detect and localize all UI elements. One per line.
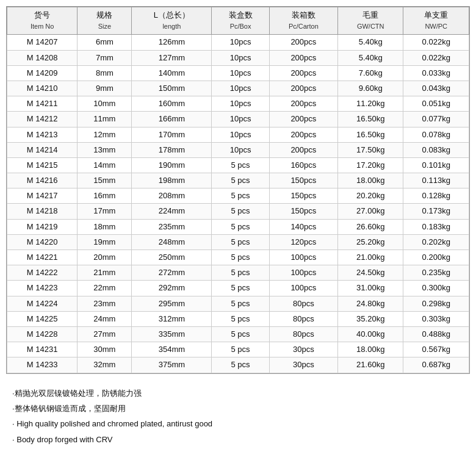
table-cell-14-4: 100pcs — [269, 250, 337, 265]
table-cell-17-3: 5 pcs — [212, 296, 269, 311]
table-row: M 142087mm127mm10pcs200pcs5.40kg0.022kg — [7, 50, 469, 65]
table-row: M 1421615mm198mm5 pcs150pcs18.00kg0.113k… — [7, 173, 469, 188]
table-cell-20-2: 354mm — [132, 342, 212, 357]
table-cell-13-0: M 14220 — [7, 234, 78, 249]
table-cell-1-3: 10pcs — [212, 50, 269, 65]
table-cell-12-3: 5 pcs — [212, 219, 269, 234]
table-cell-18-1: 24mm — [78, 311, 132, 326]
table-cell-9-0: M 14216 — [7, 173, 78, 188]
table-cell-11-3: 5 pcs — [212, 204, 269, 219]
table-row: M 1421817mm224mm5 pcs150pcs27.00kg0.173k… — [7, 204, 469, 219]
table-cell-20-6: 0.567kg — [403, 342, 469, 357]
table-cell-1-1: 7mm — [78, 50, 132, 65]
table-cell-14-0: M 14221 — [7, 250, 78, 265]
table-cell-13-2: 248mm — [132, 234, 212, 249]
table-cell-21-3: 5 pcs — [212, 357, 269, 373]
table-cell-1-6: 0.022kg — [403, 50, 469, 65]
column-header-5: 毛重GW/CTN — [338, 7, 403, 35]
table-cell-19-4: 80pcs — [269, 326, 337, 342]
table-cell-3-2: 150mm — [132, 81, 212, 96]
table-cell-6-6: 0.078kg — [403, 127, 469, 142]
table-cell-2-6: 0.033kg — [403, 65, 469, 81]
table-cell-10-5: 20.20kg — [338, 188, 403, 204]
table-cell-2-3: 10pcs — [212, 65, 269, 81]
table-cell-19-0: M 14228 — [7, 326, 78, 342]
table-cell-21-5: 21.60kg — [338, 357, 403, 373]
table-cell-5-4: 200pcs — [269, 112, 337, 127]
table-cell-11-6: 0.173kg — [403, 204, 469, 219]
table-cell-12-6: 0.183kg — [403, 219, 469, 234]
table-cell-21-2: 375mm — [132, 357, 212, 373]
table-cell-12-0: M 14219 — [7, 219, 78, 234]
table-cell-17-1: 23mm — [78, 296, 132, 311]
table-cell-15-1: 21mm — [78, 265, 132, 281]
table-cell-7-1: 13mm — [78, 142, 132, 157]
table-cell-1-4: 200pcs — [269, 50, 337, 65]
notes-section: ·精抛光双层镍镀铬处理，防锈能力强·整体铬钒钢锻造而成，坚固耐用· High q… — [6, 382, 470, 452]
table-cell-7-2: 178mm — [132, 142, 212, 157]
table-row: M 1422120mm250mm5 pcs100pcs21.00kg0.200k… — [7, 250, 469, 265]
table-cell-4-1: 10mm — [78, 96, 132, 112]
table-cell-15-3: 5 pcs — [212, 265, 269, 281]
table-cell-11-2: 224mm — [132, 204, 212, 219]
table-cell-5-6: 0.077kg — [403, 112, 469, 127]
table-cell-12-1: 18mm — [78, 219, 132, 234]
table-row: M 1421211mm166mm10pcs200pcs16.50kg0.077k… — [7, 112, 469, 127]
table-cell-1-5: 5.40kg — [338, 50, 403, 65]
table-cell-18-4: 80pcs — [269, 311, 337, 326]
table-row: M 1422827mm335mm5 pcs80pcs40.00kg0.488kg — [7, 326, 469, 342]
table-cell-14-2: 250mm — [132, 250, 212, 265]
table-cell-20-1: 30mm — [78, 342, 132, 357]
table-cell-6-2: 170mm — [132, 127, 212, 142]
table-cell-7-5: 17.50kg — [338, 142, 403, 157]
table-cell-15-4: 100pcs — [269, 265, 337, 281]
table-cell-8-4: 160pcs — [269, 157, 337, 173]
table-cell-8-0: M 14215 — [7, 157, 78, 173]
table-row: M 1421312mm170mm10pcs200pcs16.50kg0.078k… — [7, 127, 469, 142]
table-cell-15-5: 24.50kg — [338, 265, 403, 281]
column-header-3: 装盒数Pc/Box — [212, 7, 269, 35]
table-cell-11-5: 27.00kg — [338, 204, 403, 219]
table-row: M 1423130mm354mm5 pcs30pcs18.00kg0.567kg — [7, 342, 469, 357]
table-cell-0-2: 126mm — [132, 35, 212, 50]
table-cell-1-2: 127mm — [132, 50, 212, 65]
column-header-6: 单支重NW/PC — [403, 7, 469, 35]
table-cell-7-4: 200pcs — [269, 142, 337, 157]
table-cell-10-0: M 14217 — [7, 188, 78, 204]
table-row: M 142076mm126mm10pcs200pcs5.40kg0.022kg — [7, 35, 469, 50]
table-cell-3-1: 9mm — [78, 81, 132, 96]
table-cell-5-2: 166mm — [132, 112, 212, 127]
table-cell-12-4: 140pcs — [269, 219, 337, 234]
table-cell-11-1: 17mm — [78, 204, 132, 219]
table-cell-18-3: 5 pcs — [212, 311, 269, 326]
table-cell-0-1: 6mm — [78, 35, 132, 50]
table-cell-7-3: 10pcs — [212, 142, 269, 157]
table-cell-19-2: 335mm — [132, 326, 212, 342]
table-cell-17-4: 80pcs — [269, 296, 337, 311]
table-row: M 1421918mm235mm5 pcs140pcs26.60kg0.183k… — [7, 219, 469, 234]
table-cell-5-1: 11mm — [78, 112, 132, 127]
table-cell-0-6: 0.022kg — [403, 35, 469, 50]
table-cell-16-4: 100pcs — [269, 281, 337, 296]
table-cell-19-3: 5 pcs — [212, 326, 269, 342]
table-cell-10-3: 5 pcs — [212, 188, 269, 204]
table-cell-21-1: 32mm — [78, 357, 132, 373]
table-row: M 1423332mm375mm5 pcs30pcs21.60kg0.687kg — [7, 357, 469, 373]
table-cell-9-4: 150pcs — [269, 173, 337, 188]
table-row: M 1421110mm160mm10pcs200pcs11.20kg0.051k… — [7, 96, 469, 112]
column-header-0: 货号Item No — [7, 7, 78, 35]
table-cell-4-2: 160mm — [132, 96, 212, 112]
table-cell-19-6: 0.488kg — [403, 326, 469, 342]
table-cell-9-3: 5 pcs — [212, 173, 269, 188]
table-cell-20-4: 30pcs — [269, 342, 337, 357]
table-cell-14-3: 5 pcs — [212, 250, 269, 265]
table-cell-17-2: 295mm — [132, 296, 212, 311]
table-cell-8-1: 14mm — [78, 157, 132, 173]
table-cell-5-3: 10pcs — [212, 112, 269, 127]
table-cell-18-0: M 14225 — [7, 311, 78, 326]
product-table: 货号Item No规格SizeL（总长）length装盒数Pc/Box装箱数Pc… — [7, 7, 469, 373]
table-cell-17-5: 24.80kg — [338, 296, 403, 311]
table-cell-13-1: 19mm — [78, 234, 132, 249]
table-cell-2-0: M 14209 — [7, 65, 78, 81]
table-cell-7-6: 0.083kg — [403, 142, 469, 157]
